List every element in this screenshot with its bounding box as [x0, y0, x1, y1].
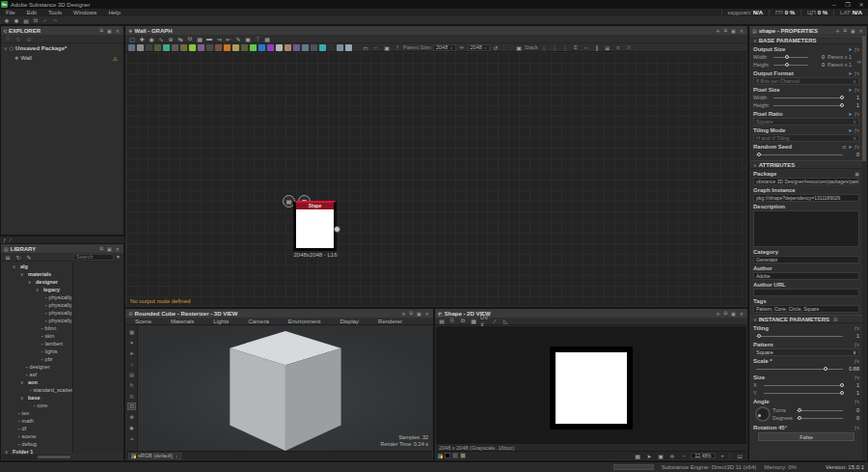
close-icon[interactable]: ✕ — [115, 28, 121, 34]
slash-icon[interactable]: ∕ — [10, 237, 11, 243]
curve-link-icon[interactable]: ↝ — [214, 35, 224, 42]
atomic-node-icon[interactable] — [206, 44, 213, 51]
category-field[interactable]: Generator — [753, 256, 859, 264]
atomic-node-icon[interactable] — [258, 44, 265, 51]
atomic-node-icon[interactable] — [337, 44, 343, 51]
maximize-icon[interactable]: ▣ — [730, 28, 737, 34]
background-image-icon[interactable] — [460, 453, 466, 458]
pattern-select[interactable]: Square ∨ — [753, 348, 859, 356]
function-icon[interactable]: ƒx — [854, 111, 859, 117]
ground-icon[interactable]: ⊡ — [127, 403, 136, 410]
stack-slot3-icon[interactable]: ⋮ — [560, 43, 570, 51]
straight-link-icon[interactable]: ↜ — [224, 35, 233, 42]
library-tree-item[interactable]: ▪ df — [2, 425, 72, 432]
atomic-node-icon[interactable] — [232, 44, 239, 51]
library-tree-item[interactable]: ▪ lights — [2, 347, 72, 355]
menu-renderer[interactable]: Renderer — [368, 319, 412, 324]
pixel-ratio-select[interactable]: Square ∨ — [753, 118, 859, 125]
frame-icon[interactable]: ▣ — [382, 43, 392, 51]
function-icon[interactable]: ƒx — [854, 127, 859, 133]
select-icon[interactable]: ➤ — [127, 349, 136, 357]
float-icon[interactable]: ⧉ — [98, 245, 104, 252]
function-icon[interactable]: ƒx — [854, 358, 859, 364]
tiling-slider[interactable] — [756, 334, 843, 339]
close-icon[interactable]: ✕ — [739, 28, 745, 34]
function-icon[interactable]: ƒx — [854, 87, 859, 93]
library-tree-item[interactable]: ▪ designer — [2, 363, 72, 371]
library-tree-item[interactable]: ▪ physically_... — [2, 301, 72, 309]
float-icon[interactable]: ⧉ — [722, 310, 728, 317]
properties-scrollbar[interactable] — [862, 36, 866, 459]
zoom-icon[interactable]: ⊕ — [166, 35, 176, 42]
float-icon[interactable]: ⧉ — [842, 27, 848, 34]
library-tree-item[interactable]: ▪ debug — [2, 440, 72, 448]
folder-icon[interactable]: ▣ — [854, 171, 859, 177]
maximize-icon[interactable]: ▣ — [730, 311, 737, 317]
menu-edit[interactable]: Edit — [21, 10, 42, 15]
float-icon[interactable]: ⧉ — [408, 310, 414, 317]
close-icon[interactable]: ✕ — [858, 28, 864, 34]
function-icon[interactable]: ƒx — [854, 425, 859, 430]
fit-selection-icon[interactable]: ↹ — [176, 35, 185, 42]
menu-windows[interactable]: Windows — [68, 10, 102, 15]
atomic-node-icon[interactable] — [189, 44, 196, 51]
graph-row[interactable]: ❖ Wall ⚠ — [1, 53, 123, 63]
library-tree-item[interactable]: ▪ scene — [2, 432, 72, 440]
scale-slider[interactable] — [756, 367, 843, 372]
pixel-width-slider[interactable] — [773, 96, 843, 100]
menu-camera[interactable]: Camera — [238, 319, 278, 324]
library-header[interactable]: ▤ LIBRARY ⧉▣✕ — [1, 244, 123, 253]
angle-dial[interactable] — [755, 406, 771, 422]
profile-icon[interactable]: ∿ — [156, 35, 166, 42]
library-tree-item[interactable]: ∨ materials — [2, 270, 72, 278]
pick-icon[interactable]: ➤ — [849, 87, 853, 93]
tags-field[interactable]: Pattern, Cone, Circle, Square — [753, 305, 859, 313]
function-icon[interactable]: ƒx — [854, 46, 859, 52]
colorspace-select[interactable]: sRGB (default) ∨ — [128, 453, 181, 459]
zoom-in-icon[interactable]: + — [718, 452, 727, 459]
filter-icon[interactable]: ⋯ — [35, 35, 44, 42]
menu-scene[interactable]: Scene — [125, 319, 161, 324]
library-tree-item[interactable]: ▪ physically_... — [2, 309, 72, 317]
maximize-icon[interactable]: ▣ — [850, 28, 856, 34]
graph-instance-field[interactable]: pkg:///shape?dependency=1311189026 — [753, 194, 859, 202]
comment-icon[interactable]: ▬ — [204, 35, 214, 42]
atomic-node-icon[interactable] — [180, 44, 187, 51]
package-row[interactable]: ∨ ⬡ Unsaved Package* — [1, 43, 123, 53]
instance-parameters-section[interactable]: ∨ INSTANCE PARAMETERS ⊞ — [750, 315, 862, 323]
parent-width-select[interactable]: 2048∨ — [433, 44, 456, 51]
duplicate-icon[interactable]: ⧉ — [185, 35, 195, 42]
pin-icon[interactable]: ✛ — [400, 311, 406, 317]
new-package-icon[interactable]: ❖ — [2, 16, 12, 24]
function-icon[interactable]: ƒ — [3, 237, 6, 243]
expand-all-icon[interactable]: ⊕ — [24, 35, 34, 42]
align-v-icon[interactable]: ↔ — [582, 43, 591, 51]
sphere-icon[interactable]: ◎ — [127, 392, 136, 400]
graph-header[interactable]: ❖ Wall - GRAPH ✛⧉▣✕ — [125, 26, 747, 35]
atomic-node-icon[interactable] — [293, 44, 300, 51]
pick-icon[interactable]: ➤ — [849, 111, 853, 117]
explorer-header[interactable]: ⑆ EXPLORER ⧉▣✕ — [1, 26, 123, 35]
library-tree-item[interactable]: ∨ alg — [2, 263, 72, 270]
library-tree-item[interactable]: ∨ designer — [2, 278, 72, 286]
center-icon[interactable]: ✛ — [667, 452, 677, 459]
pick-icon[interactable]: ➤ — [849, 70, 853, 76]
pixel-height-slider[interactable] — [773, 103, 843, 108]
close-icon[interactable]: ✕ — [739, 311, 745, 317]
uv-select[interactable]: UV ∨ — [479, 318, 489, 325]
menu-materials[interactable]: Materials — [161, 319, 203, 324]
author-field[interactable]: Adobe — [753, 272, 859, 280]
attributes-section[interactable]: ∨ ATTRIBUTES — [750, 160, 862, 169]
atomic-node-icon[interactable] — [319, 44, 326, 51]
save-icon[interactable]: ⎘ — [3, 35, 13, 42]
atomic-node-icon[interactable] — [276, 44, 283, 51]
atomic-node-icon[interactable] — [328, 44, 335, 51]
pick-icon[interactable]: ➤ — [849, 144, 853, 150]
channels-icon[interactable] — [438, 454, 443, 458]
atomic-node-icon[interactable] — [215, 44, 222, 51]
package-field[interactable]: ubstance 3D Designer/resources/packages/… — [753, 178, 859, 185]
new-graph-icon[interactable]: ✱ — [12, 16, 21, 24]
atomic-node-icon[interactable] — [345, 44, 352, 51]
library-tree-item[interactable]: ▪ skin — [2, 332, 72, 340]
atomic-node-icon[interactable] — [198, 44, 204, 51]
